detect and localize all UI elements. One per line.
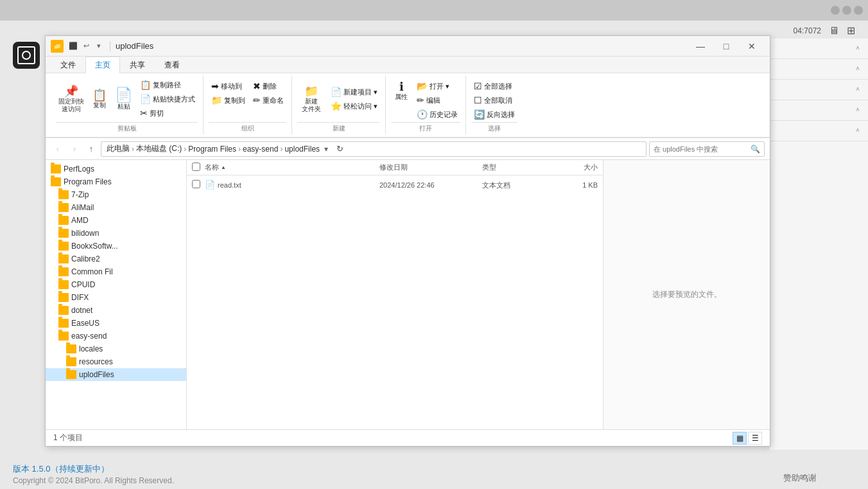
select-none-icon: ☐ — [474, 95, 482, 105]
edit-button[interactable]: ✏ 编辑 — [414, 94, 460, 107]
tab-view[interactable]: 查看 — [155, 57, 189, 73]
bg-close-btn[interactable] — [854, 6, 863, 15]
new-item-icon: 📄 — [331, 87, 342, 97]
cut-button[interactable]: ✂ 剪切 — [137, 107, 198, 120]
sidebar-item-easeus[interactable]: EaseUS — [46, 317, 186, 330]
rename-button[interactable]: ✏ 重命名 — [250, 94, 286, 107]
paste-shortcut-button[interactable]: 📄 粘贴快捷方式 — [137, 93, 198, 105]
file-date: 2024/12/26 22:46 — [379, 181, 482, 189]
bg-icon-1[interactable]: 🖥 — [829, 25, 839, 37]
sidebar-item-resources[interactable]: resources — [46, 355, 186, 368]
bg-icon-2[interactable]: ⊞ — [847, 24, 855, 37]
search-input[interactable] — [654, 145, 751, 153]
new-group-label: 新建 — [297, 122, 380, 133]
sidebar-item-bilidown[interactable]: bilidown — [46, 227, 186, 240]
select-all-checkbox[interactable] — [192, 163, 200, 171]
row-checkbox[interactable] — [192, 180, 205, 190]
sidebar-item-cpuid[interactable]: CPUID — [46, 278, 186, 291]
move-to-button[interactable]: ➡ 移动到 — [209, 80, 248, 93]
sidebar-item-bookx[interactable]: BookxSoftw... — [46, 240, 186, 253]
select-none-button[interactable]: ☐ 全部取消 — [471, 94, 517, 107]
sidebar-item-7zip[interactable]: 7-Zip — [46, 188, 186, 201]
select-all-icon: ☑ — [474, 81, 482, 91]
view-details-button[interactable]: ▦ — [733, 432, 747, 445]
sidebar-item-difx[interactable]: DIFX — [46, 291, 186, 304]
paste-button[interactable]: 📄 粘贴 — [112, 87, 135, 112]
bg-version[interactable]: 版本 1.5.0（持续更新中） — [13, 463, 109, 475]
forward-button[interactable]: › — [67, 142, 82, 156]
address-chevron[interactable]: ▾ — [320, 141, 333, 157]
row-select-checkbox[interactable] — [192, 180, 200, 188]
header-checkbox[interactable] — [192, 163, 205, 173]
properties-icon: ℹ — [399, 81, 404, 93]
sidebar-item-perflogs[interactable]: PerfLogs — [46, 163, 186, 175]
paste-shortcut-label: 粘贴快捷方式 — [153, 94, 195, 104]
tab-file[interactable]: 文件 — [51, 57, 85, 73]
copy-path-button[interactable]: 📋 复制路径 — [137, 78, 198, 91]
open-icon: 📂 — [417, 81, 428, 91]
new-item-button[interactable]: 📄 新建项目 ▾ — [328, 85, 380, 98]
minimize-button[interactable]: — — [688, 36, 713, 57]
refresh-button[interactable]: ↻ — [333, 142, 347, 156]
bg-right-btn-1[interactable] — [769, 39, 868, 59]
bg-right-btn-4[interactable] — [769, 100, 868, 121]
folder-icon-bilidown — [58, 229, 69, 238]
invert-select-button[interactable]: 🔄 反向选择 — [471, 108, 517, 121]
copy-button[interactable]: 📋 复制 — [89, 88, 110, 111]
open-small-col: 📂 打开 ▾ ✏ 编辑 🕐 历史记录 — [414, 80, 460, 121]
clipboard-items: 📌 固定到快速访问 📋 复制 📄 粘贴 — [56, 77, 198, 121]
easy-access-button[interactable]: ⭐ 轻松访问 ▾ — [328, 100, 380, 112]
bg-minimize-btn[interactable] — [831, 6, 840, 15]
open-items: ℹ 属性 📂 打开 ▾ ✏ 编辑 🕐 — [391, 77, 460, 121]
col-size[interactable]: 大小 — [546, 163, 598, 172]
select-all-button[interactable]: ☑ 全部选择 — [471, 80, 517, 93]
sidebar-item-calibre[interactable]: Calibre2 — [46, 253, 186, 265]
table-row[interactable]: 📄 read.txt 2024/12/26 22:46 文本文档 1 KB — [187, 177, 603, 193]
tab-share[interactable]: 共享 — [120, 57, 155, 73]
bg-right-btn-2[interactable] — [769, 59, 868, 80]
up-button[interactable]: ↑ — [84, 142, 98, 156]
delete-button[interactable]: ✖ 删除 — [250, 80, 286, 93]
close-button[interactable]: ✕ — [739, 36, 765, 57]
properties-button[interactable]: ℹ 属性 — [391, 80, 412, 102]
col-type[interactable]: 类型 — [482, 163, 546, 172]
back-button[interactable]: ‹ — [51, 142, 65, 156]
sidebar-label-uplodfiles: uplodFiles — [79, 370, 114, 379]
copy-label: 复制 — [93, 102, 106, 109]
view-toggles: ▦ ☰ — [733, 432, 762, 445]
sidebar-item-amd[interactable]: AMD — [46, 214, 186, 227]
sidebar-item-common[interactable]: Common Fil — [46, 265, 186, 278]
invert-select-icon: 🔄 — [474, 109, 485, 120]
bg-right-btn-5[interactable] — [769, 121, 868, 141]
sidebar-item-programfiles[interactable]: Program Files — [46, 175, 186, 188]
sidebar-item-easysend[interactable]: easy-send — [46, 330, 186, 342]
bg-maximize-btn[interactable] — [842, 6, 851, 15]
qa-btn-2[interactable]: ↩ — [80, 40, 92, 52]
qa-btn-chevron[interactable]: ▾ — [93, 40, 105, 52]
bg-right-btn-3[interactable] — [769, 80, 868, 100]
folder-icon-difx — [58, 293, 69, 302]
col-name[interactable]: 名称 ▲ — [205, 163, 379, 172]
col-name-label: 名称 — [205, 163, 219, 172]
sidebar-item-alimail[interactable]: AliMail — [46, 201, 186, 214]
qa-btn-1[interactable]: ⬛ — [67, 40, 79, 52]
easy-access-label: 轻松访问 ▾ — [343, 102, 378, 111]
maximize-button[interactable]: □ — [713, 36, 739, 57]
address-box[interactable]: 此电脑 › 本地磁盘 (C:) › Program Files › easy-s… — [101, 141, 647, 157]
sidebar-label-dotnet: dotnet — [71, 306, 92, 315]
view-list-button[interactable]: ☰ — [748, 432, 762, 445]
sidebar-item-uplodfiles[interactable]: uplodFiles — [46, 368, 186, 381]
sidebar-item-locales[interactable]: locales — [46, 342, 186, 355]
sidebar-label-perflogs: PerfLogs — [64, 164, 94, 173]
search-box[interactable]: 🔍 — [649, 141, 765, 157]
copy-to-label: 复制到 — [224, 96, 245, 105]
pin-button[interactable]: 📌 固定到快速访问 — [56, 84, 87, 114]
new-folder-button[interactable]: 📁 新建文件夹 — [297, 84, 326, 114]
col-date[interactable]: 修改日期 — [379, 163, 482, 172]
copy-to-button[interactable]: 📁 复制到 — [209, 94, 248, 107]
tab-home[interactable]: 主页 — [85, 57, 120, 73]
open-button[interactable]: 📂 打开 ▾ — [414, 80, 460, 93]
history-button[interactable]: 🕐 历史记录 — [414, 108, 460, 121]
sidebar-item-dotnet[interactable]: dotnet — [46, 304, 186, 317]
explorer-window: 📁 ⬛ ↩ ▾ uplodFiles — □ ✕ 文件 主页 共享 查看 — [45, 35, 770, 447]
